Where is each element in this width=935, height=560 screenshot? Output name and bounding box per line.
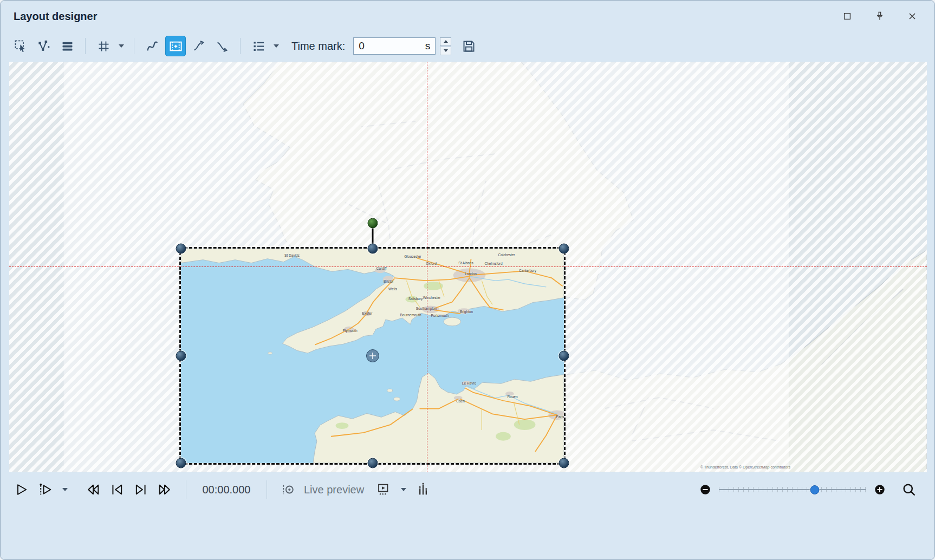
time-mark-label: Time mark: (291, 40, 345, 53)
move-handle[interactable] (366, 349, 379, 362)
spinner-down-icon (444, 49, 448, 52)
transport-bar: 00:00.000 Live preview (1, 472, 934, 507)
performance-button[interactable] (414, 480, 432, 499)
skip-back-double-button[interactable] (84, 480, 102, 499)
move-icon (369, 352, 376, 360)
spinner-up-icon (444, 40, 448, 43)
grid-dropdown-caret[interactable] (119, 44, 124, 48)
skip-forward-double-button[interactable] (155, 480, 174, 499)
city-label: Rouen (507, 395, 517, 399)
vertex-tool-icon (37, 39, 51, 54)
play-options-caret[interactable] (62, 488, 68, 491)
transport-separator (186, 480, 186, 499)
vertex-tool-button[interactable] (34, 36, 54, 56)
fade-out-tool-button[interactable] (212, 36, 232, 56)
city-label: Oxford (426, 262, 437, 265)
export-video-button[interactable] (375, 480, 393, 499)
handle-middle-right[interactable] (559, 351, 569, 361)
city-label: Canterbury (519, 269, 536, 272)
toolbar-separator (240, 38, 241, 54)
magnifier-icon (901, 482, 917, 497)
close-button[interactable] (904, 8, 920, 24)
performance-icon (415, 482, 431, 497)
skip-to-end-icon (133, 482, 148, 497)
handle-top-center[interactable] (367, 244, 378, 254)
live-preview-button[interactable] (279, 480, 297, 499)
city-label: Portsmouth (431, 314, 449, 317)
list-dropdown-caret[interactable] (274, 44, 279, 48)
city-label: St Davids (284, 253, 300, 257)
grid-tool-icon (96, 39, 111, 54)
time-display: 00:00.000 (198, 484, 255, 496)
select-tool-button[interactable] (10, 36, 31, 56)
layout-designer-window: Layout designer (0, 0, 935, 560)
spinner-down-button[interactable] (440, 47, 451, 55)
city-label: Chelmsford (484, 262, 502, 265)
fade-in-tool-button[interactable] (189, 36, 209, 56)
city-label: Bournemouth (400, 313, 421, 317)
window-controls (839, 8, 920, 24)
city-label: St Albans (458, 261, 473, 265)
list-tool-button[interactable] (248, 36, 269, 56)
pin-button[interactable] (872, 8, 888, 24)
city-label: London (465, 272, 477, 276)
zoom-out-button[interactable] (699, 484, 711, 496)
selection-frame[interactable]: St DavidsCardiffBristolGloucesterOxfordS… (179, 247, 566, 465)
city-label: Bristol (384, 279, 393, 283)
toolbar: Time mark: 0 s (1, 31, 934, 61)
time-mark-input[interactable]: 0 s (353, 37, 436, 55)
save-button[interactable] (458, 36, 479, 56)
zoom-cluster (699, 480, 918, 499)
save-icon (462, 39, 476, 54)
close-icon (907, 11, 918, 22)
city-label: Brighton (460, 310, 473, 314)
handle-bottom-left[interactable] (176, 458, 186, 468)
city-label: Colchester (498, 253, 515, 257)
zoom-slider[interactable] (719, 484, 866, 496)
maximize-button[interactable] (839, 8, 855, 24)
play-button[interactable] (12, 480, 31, 499)
handle-bottom-center[interactable] (367, 458, 378, 468)
zoom-mode-button[interactable] (900, 480, 918, 499)
time-mark-spinner (440, 37, 451, 55)
city-label: Winchester (423, 296, 441, 299)
skip-to-start-button[interactable] (108, 480, 126, 499)
skip-forward-double-icon (157, 482, 172, 497)
handle-middle-left[interactable] (176, 351, 186, 361)
layout-canvas[interactable]: St DavidsCardiffBristolGloucesterOxfordS… (9, 62, 927, 472)
city-label: Plymouth (342, 329, 357, 333)
curve-tool-button[interactable] (142, 36, 163, 56)
city-label: Exeter (362, 311, 373, 315)
play-from-mark-button[interactable] (36, 480, 55, 499)
layers-tool-icon (60, 39, 75, 54)
handle-top-left[interactable] (176, 244, 186, 254)
horizontal-guide (9, 266, 927, 267)
city-label: Salisbury (408, 297, 423, 301)
city-label: Paris (556, 415, 564, 419)
zoom-slider-track (719, 489, 866, 490)
handle-bottom-right[interactable] (559, 458, 569, 468)
skip-to-end-button[interactable] (132, 480, 150, 499)
time-mark-value: 0 (359, 40, 365, 52)
list-tool-icon (251, 39, 266, 54)
live-preview-label: Live preview (304, 484, 364, 496)
toolbar-separator (85, 38, 86, 54)
city-label: Southampton (416, 307, 437, 310)
pin-icon (874, 11, 885, 22)
rotate-handle[interactable] (367, 218, 378, 229)
fade-out-tool-icon (215, 39, 230, 54)
grid-tool-button[interactable] (93, 36, 114, 56)
live-preview-icon (281, 482, 296, 497)
play-icon (14, 482, 29, 497)
export-options-caret[interactable] (401, 488, 406, 491)
vertical-guide (427, 62, 427, 472)
zoom-slider-thumb[interactable] (810, 485, 819, 494)
frame-tool-button[interactable] (165, 36, 186, 56)
select-tool-icon (14, 39, 28, 54)
maximize-icon (842, 11, 853, 22)
zoom-in-button[interactable] (874, 484, 886, 496)
zoom-in-icon (874, 484, 886, 496)
spinner-up-button[interactable] (440, 37, 451, 46)
handle-top-right[interactable] (559, 244, 569, 254)
layers-tool-button[interactable] (57, 36, 77, 56)
